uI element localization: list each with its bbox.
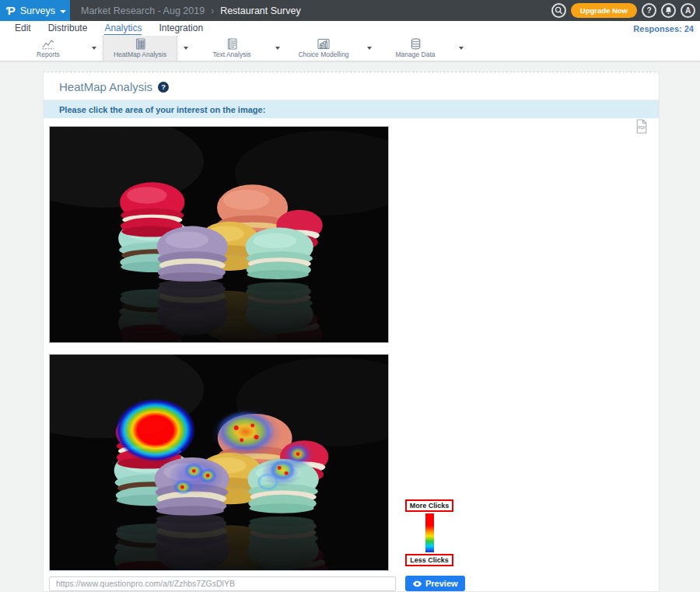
tab-edit[interactable]: Edit (15, 23, 31, 34)
analytics-toolbar: Reports HeatMap Analysis Text Analysi (0, 36, 700, 61)
database-icon (409, 38, 422, 50)
manage-data-dropdown-caret[interactable] (453, 36, 470, 61)
heat-point (192, 469, 196, 473)
panel-header: HeatMap Analysis ? (44, 72, 659, 100)
tab-integration[interactable]: Integration (159, 23, 203, 34)
responses-count[interactable]: Responses: 24 (633, 24, 694, 33)
toolbar-label: Text Analysis (212, 51, 250, 58)
heat-point (115, 398, 195, 461)
preview-label: Preview (425, 579, 458, 588)
heat-point (285, 471, 289, 475)
macarons-image[interactable] (49, 126, 389, 343)
heatmap-legend: More Clicks Less Clicks (406, 499, 453, 566)
bell-icon (664, 6, 673, 15)
panel-help-icon[interactable]: ? (158, 82, 169, 93)
breadcrumb-separator-icon: › (211, 5, 214, 16)
share-row: Preview (49, 576, 659, 591)
page-background: HeatMap Analysis ? Please click the area… (0, 61, 700, 592)
topbar-actions: Upgrade Now ? A (551, 0, 695, 21)
toolbar-label: Manage Data (395, 51, 435, 58)
surveys-menu[interactable]: Ƥ Surveys (0, 0, 70, 21)
text-doc-icon (226, 38, 239, 50)
top-bar: Ƥ Surveys Market Research - Aug 2019 › R… (0, 0, 700, 21)
heat-point (216, 411, 275, 452)
panel-content: Preview (44, 118, 659, 591)
toolbar-item-choice-modelling[interactable]: Choice Modelling (286, 36, 361, 61)
preview-button[interactable]: Preview (405, 576, 465, 591)
tab-analytics[interactable]: Analytics (104, 23, 142, 35)
heat-point (254, 435, 259, 440)
heat-point (180, 485, 184, 489)
chevron-down-icon (60, 10, 66, 13)
eye-icon (412, 580, 422, 587)
page-title: HeatMap Analysis (59, 80, 152, 93)
reports-dropdown-caret[interactable] (86, 36, 103, 61)
breadcrumb-current: Restaurant Survey (220, 5, 301, 16)
toolbar-item-reports[interactable]: Reports (11, 36, 86, 61)
survey-menu-bar: Edit Distribute Analytics Integration Re… (0, 21, 700, 36)
avatar: A (685, 6, 691, 15)
heat-point (278, 466, 282, 470)
toolbar-item-text-analysis[interactable]: Text Analysis (194, 36, 269, 61)
heatmap-doc-icon (134, 38, 147, 50)
toolbar-label: Reports (37, 51, 60, 58)
heat-point (206, 474, 210, 478)
heat-point (234, 426, 239, 430)
legend-less-clicks: Less Clicks (405, 554, 453, 566)
search-icon (555, 6, 563, 15)
toolbar-item-manage-data[interactable]: Manage Data (378, 36, 453, 61)
toolbar-label: Choice Modelling (298, 51, 348, 58)
text-analysis-dropdown-caret[interactable] (269, 36, 286, 61)
share-url-input[interactable] (49, 576, 396, 591)
heat-point (240, 438, 243, 442)
legend-gradient-bar (425, 513, 434, 552)
heat-point (257, 472, 280, 491)
help-button[interactable]: ? (642, 3, 656, 18)
tab-distribute[interactable]: Distribute (48, 23, 88, 34)
line-chart-icon (41, 38, 55, 50)
choice-modelling-dropdown-caret[interactable] (361, 36, 378, 61)
notice-text: Please click the area of your interest o… (59, 105, 265, 114)
breadcrumb-parent[interactable]: Market Research - Aug 2019 (81, 5, 205, 16)
breadcrumb: Market Research - Aug 2019 › Restaurant … (81, 5, 301, 16)
product-label: Surveys (20, 5, 55, 16)
question-mark-icon: ? (646, 6, 651, 15)
toolbar-label: HeatMap Analysis (114, 51, 166, 58)
legend-more-clicks: More Clicks (405, 499, 454, 512)
heatmap-dropdown-caret[interactable] (177, 36, 194, 61)
notifications-button[interactable] (661, 3, 676, 18)
macarons-heatmap-image[interactable] (49, 354, 389, 571)
upgrade-now-button[interactable]: Upgrade Now (571, 3, 637, 18)
choice-chart-icon (317, 38, 331, 50)
search-button[interactable] (551, 3, 566, 18)
notice-bar: Please click the area of your interest o… (44, 100, 659, 118)
heat-point (296, 452, 300, 456)
heat-point (250, 424, 254, 428)
account-button[interactable]: A (681, 3, 695, 18)
questionpro-logo-icon: Ƥ (6, 5, 16, 16)
toolbar-item-heatmap-analysis[interactable]: HeatMap Analysis (103, 36, 177, 61)
heatmap-analysis-panel: HeatMap Analysis ? Please click the area… (43, 72, 660, 592)
